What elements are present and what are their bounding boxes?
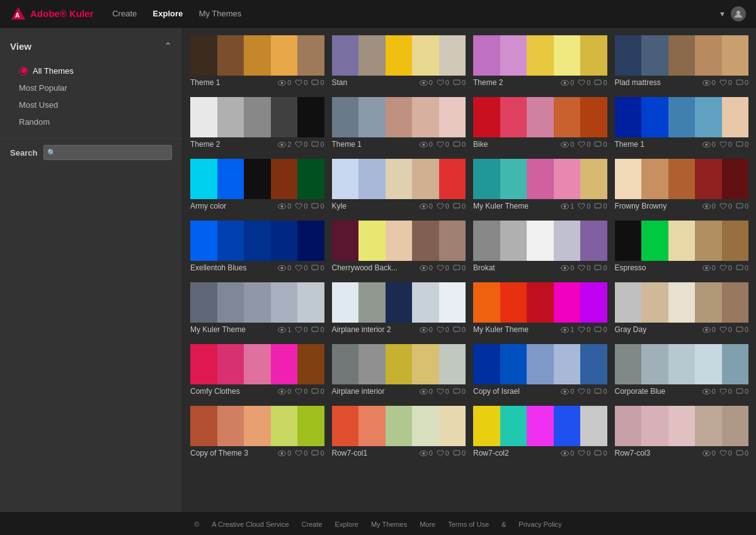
sidebar-item-most-used[interactable]: Most Used [0,96,182,113]
eye-icon [420,327,428,333]
swatch-color [297,221,324,261]
swatch-color [439,35,466,76]
theme-card[interactable]: My Kuler Theme 1 0 0 [190,282,324,337]
theme-swatch [332,97,466,137]
views-stat: 0 [420,202,433,210]
theme-card[interactable]: Corporate Blue 0 0 0 [615,344,749,398]
swatch-color [358,406,386,446]
theme-card[interactable]: Theme 1 0 0 0 [190,35,324,89]
swatch-color [615,282,642,323]
nav-explore[interactable]: Explore [153,9,183,18]
dropdown-arrow-icon[interactable]: ▼ [719,10,726,18]
sidebar-item-most-popular[interactable]: Most Popular [0,79,182,96]
swatch-color [358,159,386,199]
theme-card[interactable]: Theme 1 0 0 0 [332,97,466,151]
sidebar-item-random[interactable]: Random [0,113,182,130]
svg-rect-59 [595,327,601,331]
theme-name: Theme 2 [190,140,278,149]
theme-card[interactable]: Theme 2 2 0 0 [190,97,324,151]
footer-explore[interactable]: Explore [335,521,358,528]
theme-card[interactable]: Airplane interior 2 0 0 0 [332,282,466,337]
random-label: Random [19,117,50,127]
theme-stats: 0 0 0 [278,388,324,395]
comment-icon [594,265,602,272]
theme-card[interactable]: Plad mattress 0 0 0 [615,35,749,89]
theme-name: Row7-col1 [332,449,420,457]
swatch-color [332,344,359,384]
theme-card[interactable]: Espresso 0 0 0 [615,221,749,275]
theme-name: Theme 1 [332,140,420,149]
theme-name: Exellentoh Blues [190,263,278,272]
theme-card[interactable]: Theme 1 0 0 0 [615,97,749,151]
svg-point-73 [705,390,707,393]
svg-rect-50 [736,265,743,270]
footer-my-themes[interactable]: My Themes [371,521,407,528]
theme-card[interactable]: Kyle 0 0 0 [332,159,466,213]
theme-card[interactable]: Airplane interior 0 0 0 [332,344,466,398]
sidebar-item-all-themes[interactable]: All Themes [0,62,182,79]
heart-icon [437,203,444,210]
nav-create[interactable]: Create [112,9,137,18]
heart-icon [295,203,302,210]
theme-card[interactable]: Gray Day 0 0 0 [615,282,749,337]
theme-stats: 0 0 0 [702,141,748,148]
search-icon: 🔍 [47,149,56,157]
theme-card[interactable]: Row7-col3 0 0 0 [615,406,749,460]
comments-stat: 0 [453,202,466,210]
theme-swatch [615,35,749,76]
footer-privacy[interactable]: Privacy Policy [518,521,561,528]
theme-card[interactable]: Row7-col2 0 0 0 [473,406,607,460]
theme-swatch [332,282,466,323]
comments-stat: 0 [736,141,748,148]
swatch-color [668,97,696,137]
theme-card[interactable]: Row7-col1 0 0 0 [332,406,466,460]
collapse-icon[interactable]: ⌃ [164,40,172,52]
swatch-color [641,221,668,261]
theme-card[interactable]: Copy of Israel 0 0 0 [473,344,607,398]
theme-card[interactable]: Cherrywood Back... 0 0 0 [332,221,466,275]
theme-card[interactable]: Frowny Browny 0 0 0 [615,159,749,213]
theme-card[interactable]: My Kuler Theme 1 0 0 [473,282,607,337]
swatch-color [695,159,722,199]
theme-name: Brokat [473,263,561,272]
heart-icon [719,79,727,86]
footer-more[interactable]: More [420,521,435,528]
theme-card[interactable]: Copy of Theme 3 0 0 0 [190,406,324,460]
swatch-color [695,97,722,137]
theme-card[interactable]: Bike 0 0 0 [473,97,607,151]
heart-icon [719,388,727,395]
views-stat: 0 [702,79,716,86]
swatch-color [641,97,668,137]
likes-stat: 0 [437,264,449,272]
search-input[interactable] [43,145,172,160]
swatch-color [297,97,324,137]
theme-card[interactable]: Stan 0 0 0 [332,35,466,89]
svg-rect-14 [736,80,743,84]
theme-name: Cherrywood Back... [332,263,420,272]
svg-rect-26 [736,142,743,146]
svg-point-31 [422,205,425,207]
footer-create[interactable]: Create [302,521,323,528]
theme-card[interactable]: Exellentoh Blues 0 0 0 [190,221,324,275]
user-avatar[interactable] [731,6,746,21]
views-stat: 0 [702,264,716,272]
theme-card[interactable]: My Kuler Theme 1 0 0 [473,159,607,213]
theme-card[interactable]: Comfy Clothes 0 0 0 [190,344,324,398]
comment-icon [736,203,743,210]
footer-terms[interactable]: Terms of Use [448,521,489,528]
svg-point-64 [281,390,284,393]
nav-my-themes[interactable]: My Themes [199,9,242,18]
theme-card[interactable]: Theme 2 0 0 0 [473,35,607,89]
eye-icon [561,142,569,147]
theme-name: Frowny Browny [615,202,702,210]
theme-stats: 0 0 0 [278,79,324,86]
swatch-color [615,221,642,261]
theme-name: Plad mattress [615,78,702,87]
svg-point-7 [422,81,425,84]
theme-card[interactable]: Brokat 0 0 0 [473,221,607,275]
theme-card[interactable]: Army color 0 0 0 [190,159,324,213]
comment-icon [311,450,319,457]
main-nav: Create Explore My Themes [112,9,255,18]
likes-stat: 0 [578,79,590,86]
themes-content: Theme 1 0 0 0Stan 0 0 0Theme 2 0 0 0Plad… [183,28,756,512]
